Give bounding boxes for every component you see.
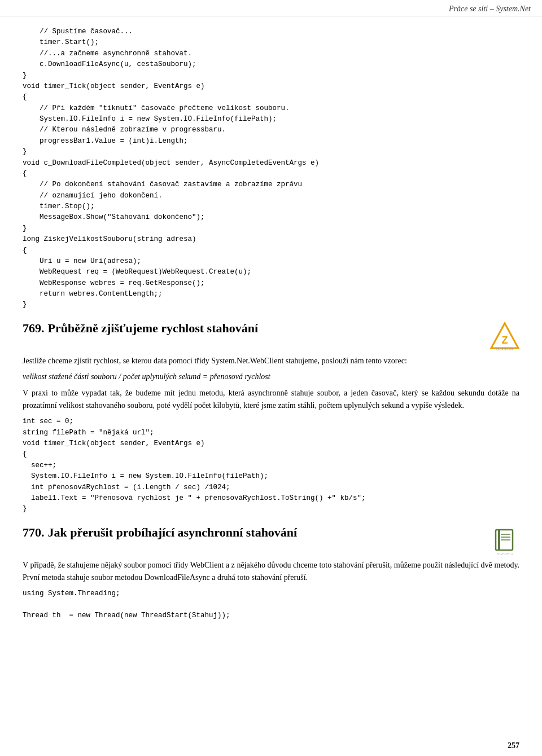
header-title: Práce se sítí – System.Net (449, 5, 531, 14)
section-770-title-block: 770.Jak přerušit probíhající asynchronní… (23, 525, 484, 540)
section-770-heading: 770.Jak přerušit probíhající asynchronní… (23, 525, 519, 555)
pokrocily-badge-icon: POKROČILÝ (490, 525, 519, 555)
page-footer: 257 (508, 741, 519, 750)
section-770-title: Jak přerušit probíhající asynchronní sta… (48, 525, 298, 539)
section-770-body: V případě, že stahujeme nějaký soubor po… (23, 559, 519, 584)
code-block-3: using System.Threading; Thread th = new … (23, 588, 519, 621)
section-769-title-block: 769.Průběžně zjišťujeme rychlost stahová… (23, 321, 484, 336)
svg-text:ZAČÁTEČNÍK: ZAČÁTEČNÍK (496, 348, 514, 350)
page-content: // Spustíme časovač... timer.Start(); //… (0, 16, 542, 638)
svg-text:Z: Z (502, 335, 508, 346)
svg-text:POKROČILÝ: POKROČILÝ (496, 553, 513, 555)
section-769-heading: 769.Průběžně zjišťujeme rychlost stahová… (23, 321, 519, 350)
page-number: 257 (508, 741, 519, 750)
section-770-number: 770. (23, 525, 45, 539)
section-769-formula: velikost stažené části souboru / počet u… (23, 371, 519, 383)
section-769-number: 769. (23, 321, 45, 335)
page-header: Práce se sítí – System.Net (0, 0, 542, 16)
code-block-2: int sec = 0; string filePath = "nějaká u… (23, 416, 519, 515)
code-block-1: // Spustíme časovač... timer.Start(); //… (23, 27, 519, 311)
zacatecnik-badge-icon: Z ZAČÁTEČNÍK (490, 321, 519, 350)
section-769-body: V praxi to může vypadat tak, že budeme m… (23, 387, 519, 412)
section-769-title: Průběžně zjišťujeme rychlost stahování (48, 321, 259, 335)
svg-rect-4 (498, 530, 500, 550)
section-769-intro: Jestliže chceme zjistit rychlost, se kte… (23, 355, 519, 367)
